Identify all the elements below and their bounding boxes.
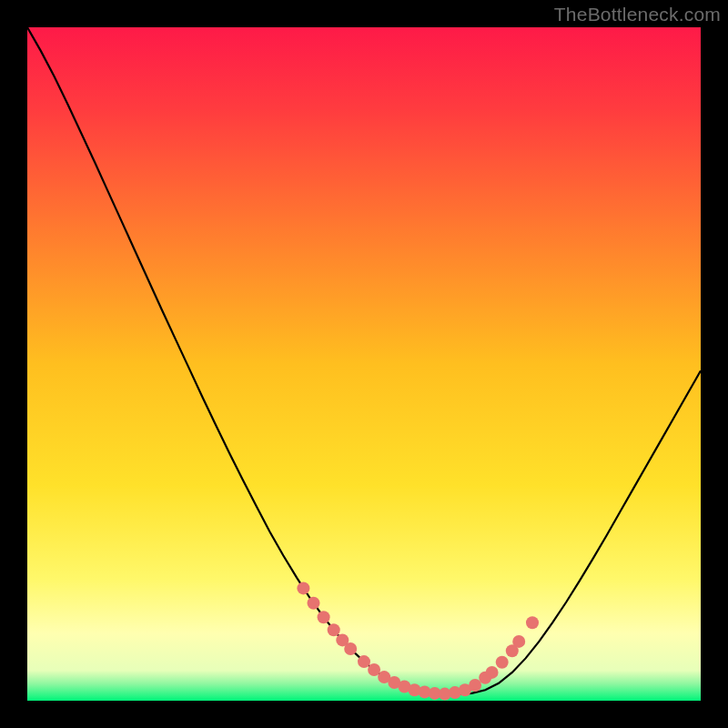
curve-dot: [297, 581, 309, 594]
curve-dot: [486, 666, 499, 679]
curve-dot: [469, 679, 481, 692]
bottleneck-chart: [27, 27, 701, 701]
chart-frame: TheBottleneck.com: [0, 0, 728, 728]
curve-dot: [318, 611, 330, 623]
curve-dot: [358, 655, 370, 668]
curve-dot: [496, 656, 509, 669]
curve-dot: [526, 616, 539, 629]
plot-background: [27, 27, 701, 701]
curve-dot: [344, 642, 357, 655]
curve-dot: [512, 635, 525, 648]
curve-dot: [328, 623, 340, 636]
curve-dot: [308, 597, 320, 610]
watermark-label: TheBottleneck.com: [554, 4, 721, 25]
